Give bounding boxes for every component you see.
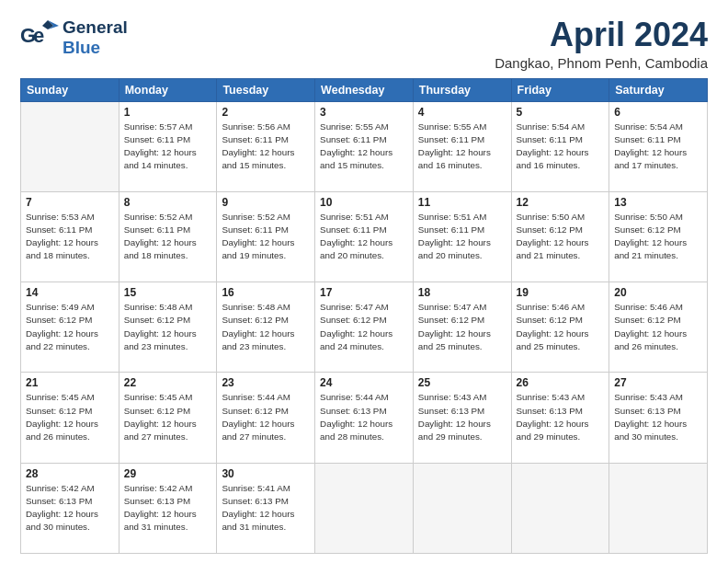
logo-general: General [63, 17, 128, 38]
day-number: 10 [320, 196, 408, 209]
calendar-cell: 6Sunrise: 5:54 AM Sunset: 6:11 PM Daylig… [609, 101, 708, 191]
day-info: Sunrise: 5:52 AM Sunset: 6:11 PM Dayligh… [222, 211, 310, 263]
calendar-cell: 11Sunrise: 5:51 AM Sunset: 6:11 PM Dayli… [413, 191, 511, 282]
col-sunday: Sunday [21, 78, 119, 101]
col-wednesday: Wednesday [315, 78, 414, 101]
week-row-4: 21Sunrise: 5:45 AM Sunset: 6:12 PM Dayli… [21, 373, 708, 463]
calendar-cell: 10Sunrise: 5:51 AM Sunset: 6:11 PM Dayli… [315, 191, 414, 282]
day-number: 12 [517, 196, 605, 209]
col-saturday: Saturday [609, 78, 708, 101]
svg-text:e: e [33, 24, 44, 47]
day-info: Sunrise: 5:43 AM Sunset: 6:13 PM Dayligh… [517, 391, 605, 443]
calendar-cell: 8Sunrise: 5:52 AM Sunset: 6:11 PM Daylig… [119, 191, 217, 282]
day-info: Sunrise: 5:52 AM Sunset: 6:11 PM Dayligh… [124, 211, 212, 263]
day-number: 16 [222, 286, 310, 299]
day-number: 15 [124, 286, 212, 299]
calendar-cell [413, 463, 511, 553]
day-info: Sunrise: 5:51 AM Sunset: 6:11 PM Dayligh… [320, 211, 408, 263]
col-friday: Friday [511, 78, 609, 101]
logo: G e General Blue [20, 17, 128, 59]
calendar-cell: 14Sunrise: 5:49 AM Sunset: 6:12 PM Dayli… [21, 282, 119, 373]
day-info: Sunrise: 5:53 AM Sunset: 6:11 PM Dayligh… [26, 211, 114, 263]
week-row-2: 7Sunrise: 5:53 AM Sunset: 6:11 PM Daylig… [21, 191, 708, 282]
day-number: 27 [614, 376, 702, 389]
day-info: Sunrise: 5:47 AM Sunset: 6:12 PM Dayligh… [418, 301, 506, 353]
calendar-cell: 23Sunrise: 5:44 AM Sunset: 6:12 PM Dayli… [217, 373, 315, 463]
calendar-cell: 7Sunrise: 5:53 AM Sunset: 6:11 PM Daylig… [21, 191, 119, 282]
day-info: Sunrise: 5:50 AM Sunset: 6:12 PM Dayligh… [517, 211, 605, 263]
calendar-cell [21, 101, 119, 191]
day-number: 6 [614, 106, 702, 119]
day-info: Sunrise: 5:42 AM Sunset: 6:13 PM Dayligh… [26, 482, 114, 534]
location: Dangkao, Phnom Penh, Cambodia [495, 55, 708, 71]
week-row-3: 14Sunrise: 5:49 AM Sunset: 6:12 PM Dayli… [21, 282, 708, 373]
day-info: Sunrise: 5:48 AM Sunset: 6:12 PM Dayligh… [222, 301, 310, 353]
calendar-cell: 27Sunrise: 5:43 AM Sunset: 6:13 PM Dayli… [609, 373, 708, 463]
calendar-header-row: Sunday Monday Tuesday Wednesday Thursday… [21, 78, 708, 101]
calendar-cell: 24Sunrise: 5:44 AM Sunset: 6:13 PM Dayli… [315, 373, 414, 463]
day-number: 29 [124, 467, 212, 480]
day-info: Sunrise: 5:42 AM Sunset: 6:13 PM Dayligh… [124, 482, 212, 534]
day-number: 17 [320, 286, 408, 299]
day-number: 18 [418, 286, 506, 299]
day-info: Sunrise: 5:47 AM Sunset: 6:12 PM Dayligh… [320, 301, 408, 353]
calendar-cell: 20Sunrise: 5:46 AM Sunset: 6:12 PM Dayli… [609, 282, 708, 373]
day-info: Sunrise: 5:41 AM Sunset: 6:13 PM Dayligh… [222, 482, 310, 534]
calendar-cell: 5Sunrise: 5:54 AM Sunset: 6:11 PM Daylig… [511, 101, 609, 191]
day-info: Sunrise: 5:56 AM Sunset: 6:11 PM Dayligh… [222, 121, 310, 173]
day-number: 2 [222, 106, 310, 119]
logo-blue: Blue [63, 38, 128, 58]
calendar-cell: 22Sunrise: 5:45 AM Sunset: 6:12 PM Dayli… [119, 373, 217, 463]
day-info: Sunrise: 5:48 AM Sunset: 6:12 PM Dayligh… [124, 301, 212, 353]
day-info: Sunrise: 5:55 AM Sunset: 6:11 PM Dayligh… [418, 121, 506, 173]
day-number: 3 [320, 106, 408, 119]
day-number: 8 [124, 196, 212, 209]
calendar-cell: 26Sunrise: 5:43 AM Sunset: 6:13 PM Dayli… [511, 373, 609, 463]
day-info: Sunrise: 5:44 AM Sunset: 6:12 PM Dayligh… [222, 391, 310, 443]
calendar-cell: 15Sunrise: 5:48 AM Sunset: 6:12 PM Dayli… [119, 282, 217, 373]
day-info: Sunrise: 5:50 AM Sunset: 6:12 PM Dayligh… [614, 211, 702, 263]
day-info: Sunrise: 5:55 AM Sunset: 6:11 PM Dayligh… [320, 121, 408, 173]
day-number: 22 [124, 376, 212, 389]
day-info: Sunrise: 5:45 AM Sunset: 6:12 PM Dayligh… [124, 391, 212, 443]
day-number: 1 [124, 106, 212, 119]
page: G e General Blue April 2024 Dangkao, Phn… [0, 0, 728, 563]
calendar-cell: 28Sunrise: 5:42 AM Sunset: 6:13 PM Dayli… [21, 463, 119, 553]
day-number: 23 [222, 376, 310, 389]
col-monday: Monday [119, 78, 217, 101]
day-number: 7 [26, 196, 114, 209]
day-number: 4 [418, 106, 506, 119]
calendar-cell: 2Sunrise: 5:56 AM Sunset: 6:11 PM Daylig… [217, 101, 315, 191]
day-info: Sunrise: 5:49 AM Sunset: 6:12 PM Dayligh… [26, 301, 114, 353]
calendar-cell: 12Sunrise: 5:50 AM Sunset: 6:12 PM Dayli… [511, 191, 609, 282]
calendar-cell: 1Sunrise: 5:57 AM Sunset: 6:11 PM Daylig… [119, 101, 217, 191]
day-number: 13 [614, 196, 702, 209]
day-info: Sunrise: 5:43 AM Sunset: 6:13 PM Dayligh… [418, 391, 506, 443]
calendar-cell: 4Sunrise: 5:55 AM Sunset: 6:11 PM Daylig… [413, 101, 511, 191]
calendar-cell: 17Sunrise: 5:47 AM Sunset: 6:12 PM Dayli… [315, 282, 414, 373]
month-title: April 2024 [495, 17, 708, 53]
col-thursday: Thursday [413, 78, 511, 101]
day-number: 19 [517, 286, 605, 299]
col-tuesday: Tuesday [217, 78, 315, 101]
day-number: 25 [418, 376, 506, 389]
day-info: Sunrise: 5:57 AM Sunset: 6:11 PM Dayligh… [124, 121, 212, 173]
calendar-cell [609, 463, 708, 553]
day-number: 21 [26, 376, 114, 389]
day-number: 11 [418, 196, 506, 209]
day-number: 26 [517, 376, 605, 389]
day-number: 28 [26, 467, 114, 480]
day-number: 5 [517, 106, 605, 119]
header: G e General Blue April 2024 Dangkao, Phn… [20, 17, 708, 71]
day-number: 9 [222, 196, 310, 209]
calendar-cell: 29Sunrise: 5:42 AM Sunset: 6:13 PM Dayli… [119, 463, 217, 553]
day-number: 30 [222, 467, 310, 480]
day-info: Sunrise: 5:51 AM Sunset: 6:11 PM Dayligh… [418, 211, 506, 263]
calendar-cell: 25Sunrise: 5:43 AM Sunset: 6:13 PM Dayli… [413, 373, 511, 463]
title-block: April 2024 Dangkao, Phnom Penh, Cambodia [495, 17, 708, 71]
calendar-cell: 9Sunrise: 5:52 AM Sunset: 6:11 PM Daylig… [217, 191, 315, 282]
calendar-cell [315, 463, 414, 553]
calendar-cell [511, 463, 609, 553]
day-info: Sunrise: 5:46 AM Sunset: 6:12 PM Dayligh… [614, 301, 702, 353]
day-number: 20 [614, 286, 702, 299]
